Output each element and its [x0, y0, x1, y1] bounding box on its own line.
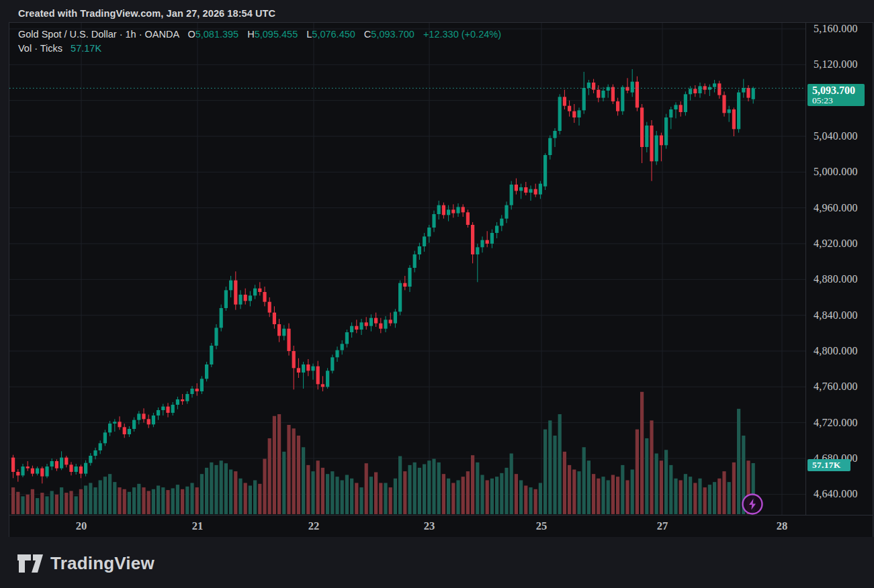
time-axis-label: 25 [536, 520, 548, 533]
ohlc-high: H5,095.455 [247, 29, 298, 40]
volume-indicator-label: Vol · Ticks [18, 43, 62, 54]
price-axis-label: 5,040.000 [814, 130, 858, 142]
logo-strip: TradingView [0, 537, 874, 588]
last-price-badge: 5,093.700 05:23 [807, 84, 865, 106]
volume-indicator-value: 57.17K [71, 43, 101, 54]
price-axis-label: 5,160.000 [814, 23, 858, 35]
bar-countdown: 05:23 [812, 96, 865, 105]
time-axis-label: 23 [424, 520, 435, 533]
ohlc-close: C5,093.700 [364, 29, 414, 40]
price-axis-label: 4,800.000 [814, 345, 858, 357]
plot-svg [9, 23, 805, 515]
tradingview-logo[interactable]: TradingView [17, 553, 155, 574]
symbol-title: Gold Spot / U.S. Dollar · 1h · OANDA [18, 29, 179, 40]
price-axis-label: 4,920.000 [814, 238, 858, 250]
legend-line-1: Gold Spot / U.S. Dollar · 1h · OANDA O5,… [18, 28, 501, 42]
snapshot-header: Created with TradingView.com, Jan 27, 20… [18, 7, 275, 20]
chart-plot-area[interactable] [9, 23, 805, 515]
legend-line-2: Vol · Ticks 57.17K [18, 42, 501, 56]
price-axis-label: 5,120.000 [814, 58, 858, 70]
price-axis-label: 4,720.000 [814, 417, 858, 429]
price-axis-label: 4,840.000 [814, 309, 858, 322]
price-axis-label: 4,760.000 [814, 381, 858, 393]
price-axis-label: 5,000.000 [814, 166, 858, 178]
volume-bars-layer [11, 392, 755, 514]
time-axis-label: 21 [192, 520, 204, 533]
ohlc-low: L5,076.450 [306, 29, 355, 40]
volume-badge: 57.17K [807, 459, 850, 471]
price-axis-label: 4,880.000 [814, 273, 858, 285]
time-axis-label: 22 [308, 520, 320, 533]
price-axis-label: 4,960.000 [814, 202, 858, 214]
time-axis[interactable]: 20212223252728 [9, 515, 873, 537]
tradingview-logo-text: TradingView [50, 553, 155, 574]
ohlc-open: O5,081.395 [187, 29, 238, 40]
chart-frame: Gold Spot / U.S. Dollar · 1h · OANDA O5,… [9, 22, 873, 537]
price-change: +12.330 (+0.24%) [423, 29, 501, 40]
last-price-value: 5,093.700 [812, 85, 865, 96]
time-axis-label: 28 [777, 520, 788, 533]
price-axis-label: 4,640.000 [814, 488, 858, 500]
price-axis[interactable]: 5,160.0005,120.0005,040.0005,000.0004,96… [805, 23, 872, 515]
time-axis-label: 20 [76, 520, 87, 533]
tradingview-snapshot: { "header": { "text": "Created with Trad… [0, 0, 874, 588]
tradingview-logo-icon [17, 554, 43, 574]
time-axis-label: 27 [657, 520, 668, 533]
symbol-legend: Gold Spot / U.S. Dollar · 1h · OANDA O5,… [18, 28, 501, 56]
lightning-boost-icon[interactable] [743, 495, 762, 514]
